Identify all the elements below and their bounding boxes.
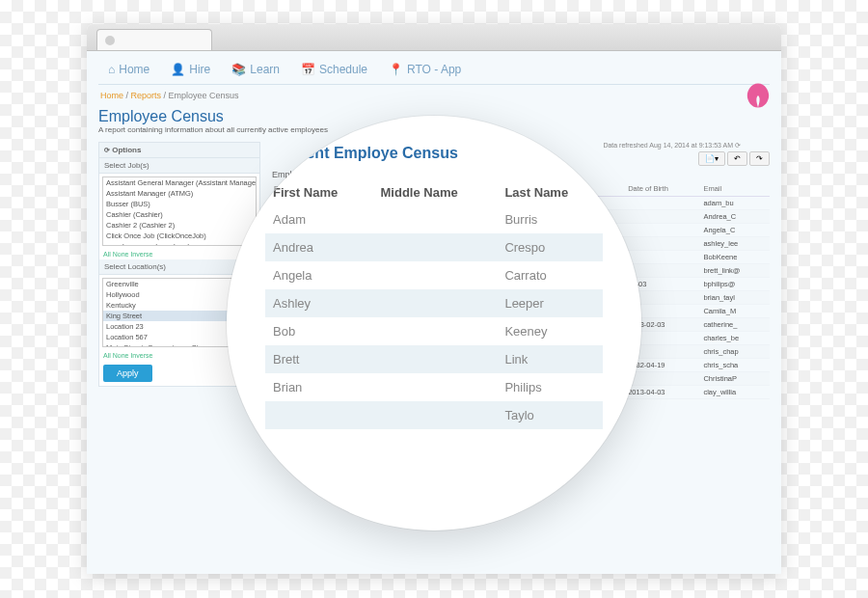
next-button[interactable]: ↷: [749, 151, 770, 166]
mag-col-header: Last Name: [497, 179, 603, 205]
browser-window: ⌂Home👤Hire📚Learn📅Schedule📍RTO - App Home…: [87, 24, 781, 574]
home-icon: ⌂: [108, 63, 115, 76]
browser-chrome: [87, 24, 781, 51]
jobs-listbox[interactable]: Assistant General Manager (Assistant Man…: [102, 177, 257, 246]
crumb-reports[interactable]: Reports: [131, 91, 162, 100]
job-option[interactable]: Assistant General Manager (Assistant Man…: [103, 177, 256, 188]
mag-row: BobKeeney: [265, 317, 603, 345]
tab-favicon: [105, 36, 115, 45]
crumb-current: Employee Census: [169, 91, 239, 100]
mag-row: BrettLink: [265, 345, 603, 373]
browser-tab[interactable]: [96, 29, 212, 50]
job-option[interactable]: Busser (BUS): [103, 199, 256, 209]
col-header[interactable]: Email: [699, 181, 770, 197]
app-shell: ⌂Home👤Hire📚Learn📅Schedule📍RTO - App Home…: [87, 51, 781, 574]
brand-logo: [745, 82, 772, 109]
job-option[interactable]: Click Once Job (ClickOnceJob): [103, 231, 256, 241]
options-header[interactable]: ⟳ Options: [99, 143, 259, 158]
nav-home[interactable]: ⌂Home: [98, 59, 159, 80]
magnifier-table: First NameMiddle NameLast Name AdamBurri…: [265, 179, 603, 429]
mag-row: BrianPhilips: [265, 373, 603, 401]
top-nav: ⌂Home👤Hire📚Learn📅Schedule📍RTO - App: [98, 59, 770, 85]
nav-hire[interactable]: 👤Hire: [161, 59, 220, 80]
crumb-home[interactable]: Home: [100, 91, 123, 100]
nav-learn[interactable]: 📚Learn: [222, 59, 289, 80]
job-option[interactable]: Assistant Manager (ATMG): [103, 188, 256, 199]
hire-icon: 👤: [171, 63, 185, 76]
job-option[interactable]: creedmanager (creedmgr): [103, 241, 256, 246]
prev-button[interactable]: ↶: [727, 151, 747, 166]
rto - app-icon: 📍: [389, 63, 403, 76]
job-option[interactable]: Cashier (Cashier): [103, 209, 256, 220]
magnifier-overlay: …rrent Employe Census First NameMiddle N…: [227, 116, 641, 530]
job-option[interactable]: Cashier 2 (Cashier 2): [103, 220, 256, 231]
export-button[interactable]: 📄▾: [698, 151, 725, 166]
mag-row: AngelaCarrato: [265, 261, 603, 289]
mag-row: AndreaCrespo: [265, 233, 603, 261]
col-header[interactable]: Date of Birth: [624, 181, 699, 197]
learn-icon: 📚: [231, 63, 246, 76]
breadcrumb: Home / Reports / Employee Census: [98, 85, 770, 106]
mag-row: AshleyLeeper: [265, 289, 603, 317]
nav-schedule[interactable]: 📅Schedule: [291, 59, 377, 80]
jobs-label: Select Job(s): [99, 158, 259, 174]
nav-rto---app[interactable]: 📍RTO - App: [379, 59, 471, 80]
refresh-icon[interactable]: ⟳: [735, 142, 741, 149]
mag-col-header: First Name: [265, 179, 373, 205]
mag-row: Taylo: [265, 401, 603, 429]
schedule-icon: 📅: [301, 63, 315, 76]
jobs-all-none[interactable]: All None Inverse: [99, 249, 259, 259]
mag-col-header: Middle Name: [373, 179, 498, 205]
apply-button[interactable]: Apply: [103, 365, 152, 382]
mag-row: AdamBurris: [265, 205, 603, 233]
